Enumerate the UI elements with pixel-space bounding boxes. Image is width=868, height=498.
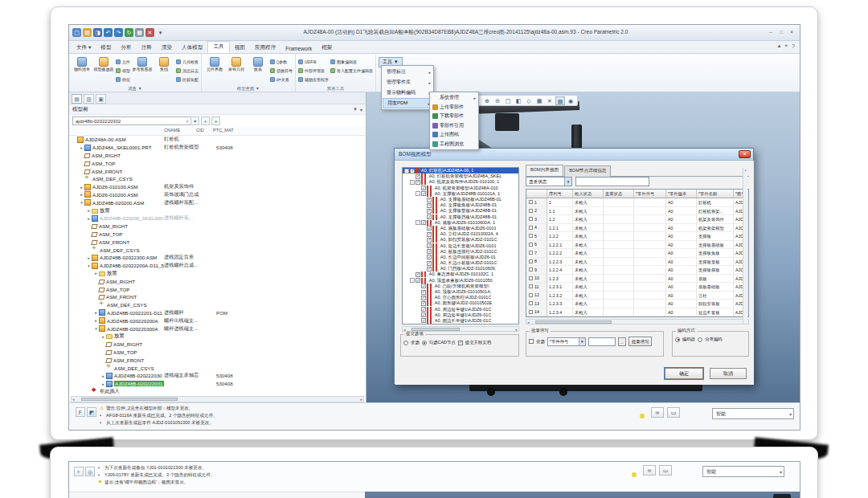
bom-tree-row[interactable]: , A0, 长边小桩板\AJDZ-0101C — [403, 260, 518, 266]
bom-tree-row[interactable]: , A0, 支撑板基础板\AJDZ48B-01 — [403, 197, 518, 202]
search-input[interactable] — [72, 116, 191, 125]
row-checkbox[interactable] — [529, 276, 533, 280]
机架及装饰件[interactable]: 3 1.2 未检入 A0 机架及装饰件 AJDZ6 — [526, 215, 748, 224]
checkbox-icon[interactable] — [421, 296, 426, 300]
bom-tree-row[interactable]: , A0, 短边长套板\AJDZ6-0101 — [403, 243, 518, 248]
expander-icon[interactable]: ▸ — [100, 334, 106, 339]
batch-value-input[interactable] — [588, 337, 616, 346]
radio-classified-coding[interactable] — [698, 337, 702, 342]
bom-tree-row[interactable]: , A0, 支撑板挡板\AJDZ48B-01 — [403, 214, 518, 220]
batch-field-select[interactable]: *零件件号 — [547, 337, 586, 346]
find-button[interactable]: ∞ — [651, 407, 664, 418]
tree-icon[interactable]: ⊦ — [74, 467, 84, 476]
tree-row[interactable]: ASM_RIGHT — [69, 277, 366, 285]
selection-filter-combobox[interactable]: 智能 — [702, 466, 784, 477]
command-search-icon[interactable]: ⌖ — [784, 43, 788, 49]
row-checkbox[interactable] — [529, 243, 533, 247]
dialog-tab[interactable]: BOM列表视图 — [526, 165, 563, 176]
row-checkbox[interactable] — [529, 284, 533, 288]
checkbox-icon[interactable] — [421, 186, 426, 190]
tree-row[interactable]: ASM_RIGHT — [69, 152, 366, 160]
bom-tree-row[interactable]: , A0, 重态滑板\AJDZ6-010102C, 1 — [403, 271, 518, 277]
bom-tree-row[interactable]: , A0, 底板基础板\AJDZ6-0101 — [403, 226, 518, 231]
submenu-item[interactable]: 系统管理 ▸ — [431, 93, 477, 103]
tree-row[interactable]: ASM_DEF_CSYS — [69, 246, 366, 254]
checkbox-icon[interactable] — [421, 318, 426, 323]
卸扣安装板[interactable]: 13 1.2.3.3 未检入 A0 卸扣安装板 AJDZ- — [526, 300, 748, 308]
tree-row[interactable]: ▸ AJDZ48B-020222031 530408 — [69, 380, 366, 388]
灯桩机骨架..[interactable]: 2 1.1 未检入 A0 灯桩机骨架.. AJDZ4 — [526, 207, 748, 216]
ribbon-tab[interactable]: 分析 — [117, 43, 137, 53]
tree-row[interactable]: ▸ 放置 — [69, 333, 366, 341]
tree-settings-icon[interactable]: ▾ — [360, 107, 362, 112]
支撑板垫板[interactable]: 8 1.2.2.3 未检入 A0 支撑板垫板 AJDZ4 — [526, 258, 748, 267]
dialog-tab[interactable]: BOM节点详细信息 — [564, 165, 611, 177]
expander-icon[interactable]: ▸ — [93, 310, 99, 315]
ribbon-tab[interactable]: 视图 — [230, 43, 250, 53]
row-checkbox[interactable] — [529, 267, 533, 271]
customize-icon[interactable]: ▾ — [156, 28, 165, 37]
spin-center-icon[interactable]: ◉ — [566, 96, 575, 105]
checkbox-icon[interactable] — [427, 255, 432, 259]
tree-row[interactable]: ASM_FRONT — [69, 238, 366, 246]
tree-horizontal-scrollbar[interactable]: ◂▸ — [71, 396, 364, 402]
bom-tree-row[interactable]: , A0, 支撑板角板\AJDZ48B-01 — [403, 202, 518, 208]
tree-row[interactable]: ▸ 放置 — [69, 270, 366, 278]
bom-tree-row[interactable]: , A0, 灯桩机骨架模型\AJDZ48A_SKEL — [403, 173, 518, 179]
dialog-title-bar[interactable]: BOM视图模型 — [395, 149, 753, 161]
checkbox-icon[interactable] — [427, 249, 432, 254]
ribbon-tab[interactable]: Framework — [280, 44, 317, 53]
expander-icon[interactable]: ▸ — [79, 192, 84, 197]
ribbon-button[interactable]: 模型播放器 — [93, 55, 114, 72]
支撑板基础板[interactable]: 6 1.2.2.1 未检入 A0 支撑板基础板 AJDZ4 — [526, 241, 748, 250]
ribbon-button[interactable]: 导入配置文件编辑器 — [330, 67, 373, 75]
tree-row[interactable]: ▸ AJDZ48B-02022201-D11 进线螺杆 POM — [69, 309, 366, 317]
radio-select-all[interactable] — [403, 341, 408, 345]
ribbon-button[interactable]: 几何检查 — [176, 58, 199, 66]
checkbox-icon[interactable] — [421, 191, 426, 196]
model-tree-tab-icon[interactable]: ▤ — [72, 94, 82, 104]
row-checkbox[interactable] — [529, 217, 533, 221]
机架骨架模型[interactable]: 4 1.2.1 未检入 A0 机架骨架模型 AJDZ4 — [526, 224, 748, 233]
tree-row[interactable]: ▸ AJDZ48A_SKEL0001.PRT 灯桩机骨架模型 530408 — [69, 144, 366, 152]
checkbox-icon[interactable] — [416, 180, 420, 185]
tree-row[interactable]: ASM_TOP — [69, 231, 366, 239]
ribbon-tab[interactable]: 应用程序 — [250, 43, 280, 53]
tree-column-header[interactable]: CID — [196, 128, 204, 133]
submenu-item[interactable]: 工程图浏览 — [431, 140, 477, 149]
row-checkbox[interactable] — [529, 234, 533, 238]
checkbox-icon[interactable] — [427, 226, 432, 231]
checkbox-icon[interactable] — [427, 232, 432, 237]
submenu-item[interactable]: 零部件引用 — [431, 121, 477, 131]
tree-row[interactable]: AJDZ48A-00.ASM 灯桩机 — [69, 136, 366, 144]
ribbon-button[interactable]: 切换符号 — [270, 67, 293, 75]
checkbox-icon[interactable] — [427, 209, 432, 214]
radio-checked-cad-nodes[interactable] — [422, 341, 427, 345]
minimize-button[interactable]: ─ — [767, 29, 775, 36]
支撑板角板[interactable]: 7 1.2.2.2 未检入 A0 支撑板角板 AJDZ4 — [526, 249, 748, 258]
view-manager-icon[interactable]: ▦ — [534, 96, 544, 105]
tree-row[interactable]: ASM_TOP — [69, 159, 366, 167]
bom-tree-row[interactable]: - A0, 灯桩机\AJDZ48A-00, 1 — [403, 168, 518, 173]
支撑板撑板[interactable]: 9 1.2.2.4 未检入 A0 支撑板撑板 AJDZ4 — [526, 266, 748, 275]
bom-tree-row[interactable]: , A0, 凸轮/升降机构骨架模型\ — [403, 284, 518, 289]
tree-row[interactable]: ▸ AJDZ6-010200.ASM 装饰玻璃门总成 — [69, 191, 366, 199]
expander-icon[interactable]: - — [410, 278, 415, 283]
ribbon-button[interactable]: 元件界面 — [204, 55, 225, 72]
close-button[interactable]: ✕ — [788, 29, 796, 36]
bom-tree-row[interactable]: - , A0, 底板\AJDZ6-01010600A, 1 — [403, 220, 518, 226]
submenu-item[interactable]: 上传图纸 — [431, 130, 477, 140]
checkbox-icon[interactable] — [427, 243, 432, 248]
expander-icon[interactable]: ▸ — [86, 208, 92, 213]
ribbon-button[interactable]: 消息日志 — [176, 67, 199, 75]
maximize-button[interactable]: □ — [777, 29, 785, 36]
tree-row[interactable]: ASM_RIGHT — [69, 341, 366, 349]
row-checkbox[interactable] — [529, 293, 533, 297]
expander-icon[interactable]: ▾ — [93, 326, 99, 331]
ribbon-button[interactable]: 比较装配 — [176, 76, 199, 84]
new-file-icon[interactable]: ▢ — [72, 28, 81, 37]
column-header[interactable]: 检入状态 — [573, 190, 604, 198]
bom-tree-row[interactable]: , A0, 门挡板\AJDZ-01010609, — [403, 266, 518, 271]
ribbon-button[interactable]: 外部管理器 — [298, 67, 329, 75]
row-checkbox[interactable] — [529, 209, 533, 213]
